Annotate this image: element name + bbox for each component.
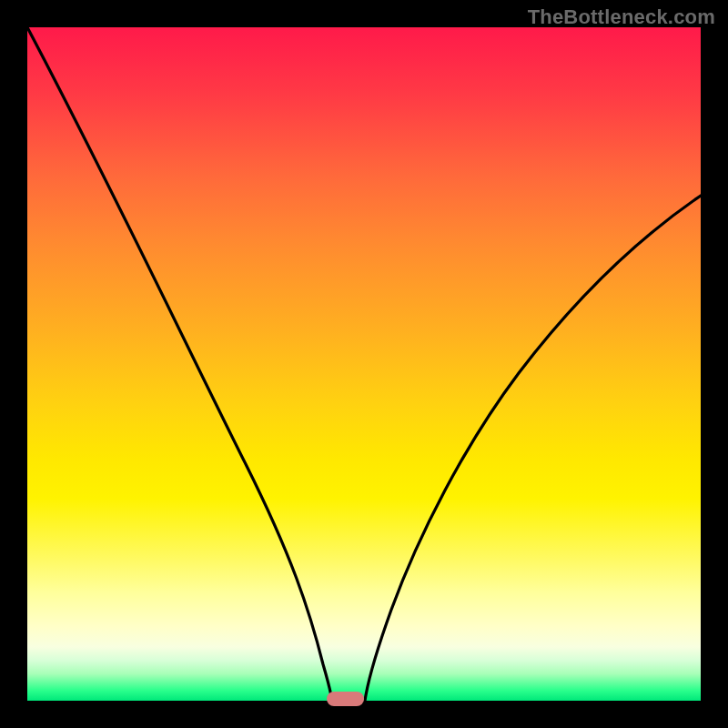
bottleneck-curve-right [365, 196, 701, 701]
optimal-range-marker [327, 692, 364, 706]
plot-area [27, 27, 701, 701]
curve-layer [27, 27, 701, 701]
bottleneck-curve-left [27, 27, 332, 701]
watermark-text: TheBottleneck.com [528, 5, 715, 29]
